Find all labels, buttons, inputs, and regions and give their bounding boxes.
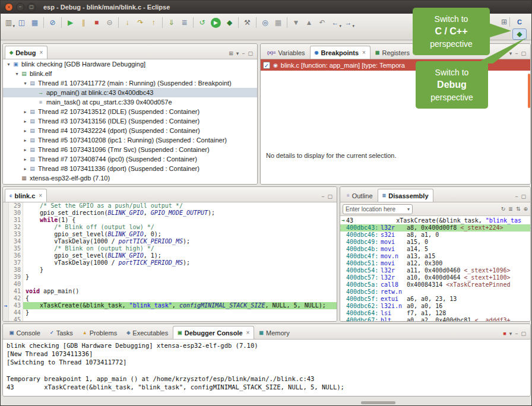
- close-tab-icon[interactable]: ×: [246, 329, 250, 336]
- tab-disassembly[interactable]: ≣Disassembly: [378, 189, 433, 202]
- tab-outline[interactable]: ≡Outline: [342, 189, 378, 202]
- next-annotation-button[interactable]: ▼: [290, 17, 302, 29]
- build-button[interactable]: ⚒: [241, 17, 254, 29]
- debug-tree-item[interactable]: ▾▣blink checking [GDB Hardware Debugging…: [3, 59, 257, 69]
- maximize-button[interactable]: ▢: [27, 3, 36, 11]
- disassembly-row[interactable]: 400dbc43:l32ra8, 0x400d00f8<_stext+224>: [340, 224, 530, 231]
- horizontal-scrollbar[interactable]: [361, 401, 395, 404]
- resume-button[interactable]: ▶: [64, 17, 77, 29]
- disassembly-row[interactable]: 400dbc62:l32i.na0, a0, 16: [340, 303, 530, 310]
- back-button[interactable]: ←▾: [329, 17, 341, 29]
- debug-tree-item[interactable]: ▸▤Thread #6 1073431096 (Tmr Svc) (Suspen…: [3, 145, 257, 154]
- open-console-icon[interactable]: ▾: [509, 331, 512, 337]
- debug-button[interactable]: ◆: [223, 17, 236, 29]
- debug-tree-item[interactable]: ≡main_task() at cpu_start.c:339 0x400d05…: [3, 97, 257, 107]
- overlay-scrollbar[interactable]: [528, 74, 530, 108]
- tab-breakpoints[interactable]: ◉Breakpoints×: [310, 46, 370, 59]
- launch-group-icon[interactable]: ⊞: [229, 50, 233, 56]
- expand-arrow-icon[interactable]: ▸: [22, 128, 28, 134]
- chevron-down-icon[interactable]: ▾: [407, 207, 410, 212]
- run-button[interactable]: ▶: [211, 18, 221, 28]
- expand-arrow-icon[interactable]: ▸: [22, 119, 28, 124]
- save-all-button[interactable]: ▦: [28, 17, 41, 29]
- disassembly-row[interactable]: 400dbc67:blta0, a2, 0x400dbc81<__adddf3+: [340, 317, 530, 321]
- breakpoint-checkbox[interactable]: ✓: [263, 62, 270, 69]
- expand-arrow-icon[interactable]: ▸: [22, 157, 28, 162]
- track-expression-icon[interactable]: ⊕: [523, 206, 528, 212]
- tab-tasks[interactable]: ✓Tasks: [45, 326, 78, 339]
- skip-all-breakpoints-button[interactable]: ⊘: [46, 17, 59, 29]
- step-return-button[interactable]: ↑: [147, 17, 160, 29]
- mark-occurrences-button[interactable]: ▦: [272, 17, 284, 29]
- disassembly-row[interactable]: 400dbc64:lsif7, a1, 128: [340, 310, 530, 317]
- disassembly-row[interactable]: 400dbc49:movia15, 0: [340, 239, 530, 246]
- debug-tree-item[interactable]: ▦xtensa-esp32-elf-gdb (7.10): [3, 173, 257, 183]
- minimize-icon[interactable]: −: [242, 50, 245, 56]
- maximize-icon[interactable]: ▢: [521, 50, 526, 56]
- prev-annotation-button[interactable]: ▲: [303, 17, 315, 29]
- maximize-icon[interactable]: ▢: [327, 194, 332, 199]
- code-editor[interactable]: 29 /* Set the GPIO as a push/pull output…: [3, 202, 337, 321]
- step-into-button[interactable]: ↓: [121, 17, 134, 29]
- instruction-stepping-button[interactable]: ≣: [178, 17, 191, 29]
- close-tab-icon[interactable]: ×: [39, 49, 43, 56]
- close-button[interactable]: ×: [5, 3, 13, 11]
- disassembly-row[interactable]: 400dbc51:movia12, 0x300: [340, 260, 530, 267]
- tab-variables[interactable]: (x)=Variables: [262, 46, 310, 59]
- disassembly-row[interactable]: 400dbc4b:movia14, 5: [340, 246, 530, 253]
- debug-tree-item[interactable]: ▾▤blink.elf: [3, 69, 257, 78]
- restart-button[interactable]: ↺: [196, 17, 208, 29]
- close-tab-icon[interactable]: ×: [362, 49, 366, 56]
- debug-tree-item[interactable]: →app_main() at blink.c:43 0x400dbc43: [3, 88, 257, 97]
- expand-arrow-icon[interactable]: ▸: [22, 138, 28, 143]
- disassembly-row[interactable]: 400dbc4f:mov.na13, a15: [340, 253, 530, 260]
- maximize-icon[interactable]: ▢: [521, 331, 526, 337]
- location-input[interactable]: Enter location here ▾: [343, 204, 413, 214]
- disassembly-row[interactable]: 400dbc5d:retw.n: [340, 288, 530, 296]
- sync-selection-icon[interactable]: ⇅: [516, 206, 521, 212]
- view-menu-icon[interactable]: ▾: [236, 50, 239, 56]
- step-over-button[interactable]: ↷: [134, 17, 147, 29]
- tab-memory[interactable]: ▦Memory: [254, 326, 294, 339]
- minimize-icon[interactable]: −: [515, 331, 518, 337]
- maximize-icon[interactable]: ▢: [521, 194, 526, 199]
- minimize-button[interactable]: −: [16, 3, 24, 11]
- debug-perspective-button[interactable]: ◆: [512, 28, 527, 40]
- disassembly-row[interactable]: 400dbc5f:extuia6, a0, 23, 13: [340, 296, 530, 303]
- terminate-icon[interactable]: ■: [503, 331, 506, 337]
- disassembly-row[interactable]: 400dbc5a:call80x40084314<xTaskCreatePinn…: [340, 281, 530, 288]
- disassembly-row[interactable]: 400dbc46:s32ia8, a1, 0: [340, 231, 530, 239]
- expand-arrow-icon[interactable]: ▾: [5, 62, 12, 67]
- save-button[interactable]: ◫: [15, 17, 28, 29]
- tab-registers[interactable]: ▦Registers: [370, 46, 414, 59]
- expand-arrow-icon[interactable]: ▸: [22, 109, 28, 115]
- debug-tree-item[interactable]: ▸▤Thread #3 1073413156 (IDLE) (Suspended…: [3, 116, 257, 126]
- tab-blink-c[interactable]: cblink.c×: [5, 189, 47, 202]
- tab-debugger-console[interactable]: ▣Debugger Console×: [173, 326, 254, 339]
- disassembly-content[interactable]: →43 xTaskCreate(&blink_task, "blink_tas4…: [340, 216, 530, 321]
- refresh-icon[interactable]: ↻: [501, 206, 506, 212]
- console-output[interactable]: blink checking [GDB Hardware Debugging] …: [3, 340, 530, 396]
- view-menu-icon[interactable]: ▾: [509, 50, 512, 56]
- tab-debug[interactable]: ◆Debug×: [5, 46, 48, 59]
- terminate-button[interactable]: ■: [90, 17, 103, 29]
- minimize-icon[interactable]: −: [321, 194, 324, 199]
- forward-button[interactable]: →▾: [342, 17, 354, 29]
- tab-problems[interactable]: ▲Problems: [78, 326, 122, 339]
- debug-tree-item[interactable]: ▸▤Thread #5 1073410208 (ipc1 : Running) …: [3, 135, 257, 145]
- disassembly-row[interactable]: 400dbc54:l32ra11, 0x400d0460<_stext+1096…: [340, 267, 530, 274]
- minimize-icon[interactable]: −: [515, 50, 518, 56]
- debug-tree-item[interactable]: ▸▤Thread #7 1073408744 (ipc0) (Suspended…: [3, 154, 257, 164]
- debug-tree-item[interactable]: ▸▤Thread #2 1073413512 (IDLE) (Suspended…: [3, 107, 257, 116]
- new-button[interactable]: ▥▾: [2, 17, 15, 29]
- suspend-button[interactable]: ∥: [77, 17, 90, 29]
- search-button[interactable]: ◎: [259, 17, 271, 29]
- minimize-icon[interactable]: −: [515, 194, 518, 199]
- debug-tree-item[interactable]: ▸▤Thread #4 1073432224 (dport) (Suspende…: [3, 126, 257, 135]
- debug-tree-item[interactable]: ▸▤Thread #8 1073411336 (dport) (Suspende…: [3, 164, 257, 173]
- last-edit-button[interactable]: ↶: [316, 17, 328, 29]
- drop-to-frame-button[interactable]: ⇓: [165, 17, 178, 29]
- tab-console[interactable]: ▣Console: [5, 326, 45, 339]
- debug-tree[interactable]: ▾▣blink checking [GDB Hardware Debugging…: [3, 59, 257, 184]
- open-perspective-button[interactable]: ⊞: [501, 18, 507, 26]
